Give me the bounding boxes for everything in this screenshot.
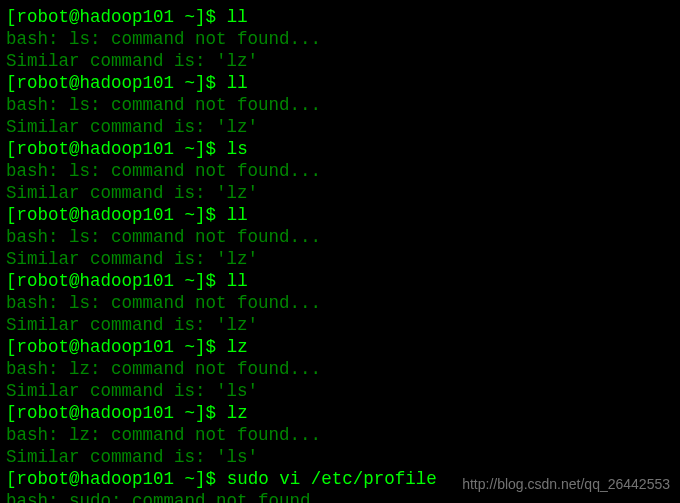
prompt-at: @ — [69, 7, 80, 27]
prompt-path: ~ — [185, 271, 196, 291]
prompt-host: hadoop101 — [80, 271, 175, 291]
output-message: bash: lz: command not found... — [6, 358, 674, 380]
prompt-line: [robot@hadoop101 ~]$ lz — [6, 402, 674, 424]
prompt-line: [robot@hadoop101 ~]$ ll — [6, 270, 674, 292]
prompt-symbol: $ — [206, 73, 227, 93]
output-message: bash: ls: command not found... — [6, 160, 674, 182]
prompt-path: ~ — [185, 7, 196, 27]
prompt-open-bracket: [ — [6, 469, 17, 489]
prompt-line: [robot@hadoop101 ~]$ sudo vi /etc/profil… — [6, 468, 674, 490]
prompt-open-bracket: [ — [6, 7, 17, 27]
command-text: ll — [227, 271, 248, 291]
command-text: ll — [227, 7, 248, 27]
prompt-open-bracket: [ — [6, 271, 17, 291]
prompt-at: @ — [69, 337, 80, 357]
prompt-at: @ — [69, 205, 80, 225]
prompt-at: @ — [69, 271, 80, 291]
prompt-close-bracket: ] — [195, 7, 206, 27]
output-message: bash: ls: command not found... — [6, 226, 674, 248]
command-text: ll — [227, 205, 248, 225]
prompt-at: @ — [69, 139, 80, 159]
prompt-sep — [174, 337, 185, 357]
terminal-output[interactable]: [robot@hadoop101 ~]$ llbash: ls: command… — [0, 0, 680, 503]
prompt-close-bracket: ] — [195, 205, 206, 225]
prompt-user: robot — [17, 7, 70, 27]
prompt-host: hadoop101 — [80, 73, 175, 93]
command-text: lz — [227, 337, 248, 357]
prompt-sep — [174, 271, 185, 291]
prompt-line: [robot@hadoop101 ~]$ lz — [6, 336, 674, 358]
prompt-close-bracket: ] — [195, 73, 206, 93]
output-message: Similar command is: 'lz' — [6, 50, 674, 72]
prompt-at: @ — [69, 73, 80, 93]
prompt-open-bracket: [ — [6, 139, 17, 159]
prompt-path: ~ — [185, 469, 196, 489]
prompt-path: ~ — [185, 205, 196, 225]
output-message: bash: lz: command not found... — [6, 424, 674, 446]
output-message: Similar command is: 'lz' — [6, 248, 674, 270]
prompt-user: robot — [17, 73, 70, 93]
prompt-user: robot — [17, 205, 70, 225]
prompt-line: [robot@hadoop101 ~]$ ls — [6, 138, 674, 160]
prompt-user: robot — [17, 469, 70, 489]
prompt-host: hadoop101 — [80, 205, 175, 225]
prompt-line: [robot@hadoop101 ~]$ ll — [6, 204, 674, 226]
prompt-symbol: $ — [206, 139, 227, 159]
command-text: ll — [227, 73, 248, 93]
output-message: bash: ls: command not found... — [6, 28, 674, 50]
command-text: lz — [227, 403, 248, 423]
prompt-symbol: $ — [206, 403, 227, 423]
output-message: bash: ls: command not found... — [6, 292, 674, 314]
prompt-host: hadoop101 — [80, 7, 175, 27]
output-message: Similar command is: 'lz' — [6, 314, 674, 336]
prompt-path: ~ — [185, 139, 196, 159]
prompt-open-bracket: [ — [6, 403, 17, 423]
command-text: ls — [227, 139, 248, 159]
prompt-user: robot — [17, 403, 70, 423]
prompt-close-bracket: ] — [195, 271, 206, 291]
prompt-close-bracket: ] — [195, 469, 206, 489]
prompt-open-bracket: [ — [6, 73, 17, 93]
prompt-path: ~ — [185, 337, 196, 357]
prompt-at: @ — [69, 469, 80, 489]
prompt-line: [robot@hadoop101 ~]$ ll — [6, 6, 674, 28]
command-text: sudo vi /etc/profile — [227, 469, 437, 489]
prompt-user: robot — [17, 139, 70, 159]
prompt-host: hadoop101 — [80, 469, 175, 489]
prompt-symbol: $ — [206, 337, 227, 357]
prompt-sep — [174, 73, 185, 93]
prompt-path: ~ — [185, 403, 196, 423]
prompt-close-bracket: ] — [195, 337, 206, 357]
prompt-at: @ — [69, 403, 80, 423]
prompt-close-bracket: ] — [195, 139, 206, 159]
prompt-path: ~ — [185, 73, 196, 93]
prompt-open-bracket: [ — [6, 205, 17, 225]
prompt-sep — [174, 469, 185, 489]
output-message: Similar command is: 'lz' — [6, 116, 674, 138]
prompt-symbol: $ — [206, 205, 227, 225]
prompt-sep — [174, 139, 185, 159]
prompt-user: robot — [17, 271, 70, 291]
prompt-line: [robot@hadoop101 ~]$ ll — [6, 72, 674, 94]
prompt-user: robot — [17, 337, 70, 357]
prompt-symbol: $ — [206, 271, 227, 291]
output-message: Similar command is: 'ls' — [6, 380, 674, 402]
output-message: bash: ls: command not found... — [6, 94, 674, 116]
output-message: bash: sudo: command not found... — [6, 490, 674, 503]
prompt-symbol: $ — [206, 469, 227, 489]
prompt-close-bracket: ] — [195, 403, 206, 423]
prompt-sep — [174, 403, 185, 423]
prompt-sep — [174, 205, 185, 225]
prompt-host: hadoop101 — [80, 139, 175, 159]
output-message: Similar command is: 'lz' — [6, 182, 674, 204]
prompt-symbol: $ — [206, 7, 227, 27]
prompt-host: hadoop101 — [80, 403, 175, 423]
prompt-open-bracket: [ — [6, 337, 17, 357]
prompt-host: hadoop101 — [80, 337, 175, 357]
prompt-sep — [174, 7, 185, 27]
output-message: Similar command is: 'ls' — [6, 446, 674, 468]
